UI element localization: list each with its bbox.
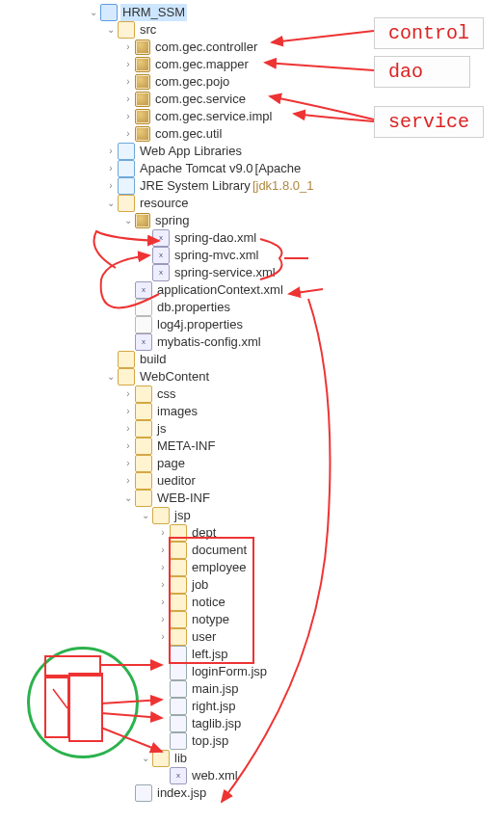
tree-label: com.gec.pojo <box>153 73 231 91</box>
chevron-right-icon[interactable]: › <box>104 160 118 177</box>
chevron-right-icon[interactable]: › <box>121 91 135 108</box>
twisty-none <box>139 247 152 264</box>
chevron-right-icon[interactable]: › <box>121 39 135 56</box>
tree-label: page <box>155 455 187 472</box>
chevron-right-icon[interactable]: › <box>156 594 170 611</box>
chevron-right-icon[interactable]: › <box>121 438 135 455</box>
chevron-right-icon[interactable]: › <box>121 73 135 91</box>
package-icon <box>135 213 150 228</box>
tree-label: HRM_SSM <box>120 4 187 21</box>
tree-node[interactable]: db.properties <box>0 299 504 316</box>
tree-node[interactable]: ›images <box>0 403 504 420</box>
tree-label: mybatis-config.xml <box>155 333 263 351</box>
tree-label: com.gec.controller <box>153 39 259 56</box>
tree-node[interactable]: ⌄resource <box>0 195 504 212</box>
twisty-none <box>104 351 118 368</box>
annot-rect-layout-right <box>68 673 103 742</box>
chevron-right-icon[interactable]: › <box>156 576 170 594</box>
chevron-right-icon[interactable]: › <box>104 177 118 195</box>
tree-node[interactable]: ›Apache Tomcat v9.0 [Apache <box>0 160 504 177</box>
chevron-down-icon[interactable]: ⌄ <box>121 490 135 507</box>
file-icon <box>135 299 152 316</box>
tree-node[interactable]: build <box>0 351 504 368</box>
twisty-none <box>121 784 135 802</box>
tree-node[interactable]: ›META-INF <box>0 438 504 455</box>
package-icon <box>135 126 150 142</box>
tree-node[interactable]: ⌄WEB-INF <box>0 490 504 507</box>
chevron-right-icon[interactable]: › <box>121 125 135 143</box>
tree-node[interactable]: log4j.properties <box>0 316 504 333</box>
twisty-none <box>156 646 170 663</box>
tree-label: META-INF <box>155 438 217 455</box>
tree-label: spring <box>153 212 191 229</box>
tree-node[interactable]: ›ueditor <box>0 472 504 490</box>
tree-label: loginForm.jsp <box>190 663 269 680</box>
tree-node[interactable]: xspring-dao.xml <box>0 229 504 247</box>
folder-icon <box>135 420 152 438</box>
folder-icon <box>135 403 152 420</box>
folder-icon <box>135 472 152 490</box>
chevron-right-icon[interactable]: › <box>156 542 170 559</box>
file-icon <box>135 316 152 333</box>
tree-label: jsp <box>172 507 193 524</box>
twisty-none <box>121 333 135 351</box>
chevron-down-icon[interactable]: ⌄ <box>139 507 152 524</box>
folder-icon <box>135 455 152 472</box>
chevron-right-icon[interactable]: › <box>121 455 135 472</box>
chevron-right-icon[interactable]: › <box>104 143 118 160</box>
tree-label: resource <box>138 195 191 212</box>
tree-node[interactable]: xspring-service.xml <box>0 264 504 281</box>
chevron-down-icon[interactable]: ⌄ <box>139 750 152 767</box>
tree-label: com.gec.mapper <box>153 56 251 73</box>
chevron-down-icon[interactable]: ⌄ <box>87 4 100 21</box>
src-icon <box>118 195 135 212</box>
folder-open-icon <box>152 750 170 767</box>
tomcat-suffix: [Apache <box>255 160 302 177</box>
chevron-down-icon[interactable]: ⌄ <box>104 195 118 212</box>
chevron-right-icon[interactable]: › <box>156 628 170 646</box>
chevron-right-icon[interactable]: › <box>121 420 135 438</box>
twisty-none <box>156 767 170 784</box>
twisty-none <box>156 663 170 680</box>
chevron-right-icon[interactable]: › <box>156 611 170 628</box>
tree-label: top.jsp <box>190 732 230 750</box>
chevron-right-icon[interactable]: › <box>121 403 135 420</box>
chevron-right-icon[interactable]: › <box>156 559 170 576</box>
tree-node[interactable]: ›JRE System Library [jdk1.8.0_1 <box>0 177 504 195</box>
tree-node[interactable]: xapplicationContext.xml <box>0 281 504 299</box>
chevron-right-icon[interactable]: › <box>156 524 170 542</box>
tree-node[interactable]: index.jsp <box>0 784 504 802</box>
tree-label: js <box>155 420 168 438</box>
twisty-none <box>139 229 152 247</box>
tree-node[interactable]: ⌄jsp <box>0 507 504 524</box>
tree-node[interactable]: ›page <box>0 455 504 472</box>
chevron-down-icon[interactable]: ⌄ <box>104 368 118 385</box>
tree-node[interactable]: ›css <box>0 385 504 403</box>
tree-label: JRE System Library <box>138 177 252 195</box>
package-icon <box>135 92 150 107</box>
xml-icon: x <box>135 281 152 299</box>
twisty-none <box>156 732 170 750</box>
tree-node[interactable]: xweb.xml <box>0 767 504 784</box>
chevron-down-icon[interactable]: ⌄ <box>104 21 118 39</box>
tree-node[interactable]: xmybatis-config.xml <box>0 333 504 351</box>
lib-icon <box>118 143 135 160</box>
chevron-right-icon[interactable]: › <box>121 56 135 73</box>
tree-node[interactable]: xspring-mvc.xml <box>0 247 504 264</box>
tree-node[interactable]: ›Web App Libraries <box>0 143 504 160</box>
tree-label: spring-mvc.xml <box>172 247 260 264</box>
tree-label: css <box>155 385 178 403</box>
xml-icon: x <box>152 247 170 264</box>
xml-icon: x <box>135 333 152 351</box>
chevron-right-icon[interactable]: › <box>121 385 135 403</box>
tree-node[interactable]: ⌄spring <box>0 212 504 229</box>
tree-node[interactable]: ⌄WebContent <box>0 368 504 385</box>
tree-node[interactable]: ›js <box>0 420 504 438</box>
twisty-none <box>156 680 170 698</box>
tree-label: db.properties <box>155 299 232 316</box>
tree-label: index.jsp <box>155 784 208 802</box>
chevron-right-icon[interactable]: › <box>121 108 135 125</box>
chevron-right-icon[interactable]: › <box>121 472 135 490</box>
twisty-none <box>121 281 135 299</box>
chevron-down-icon[interactable]: ⌄ <box>121 212 135 229</box>
